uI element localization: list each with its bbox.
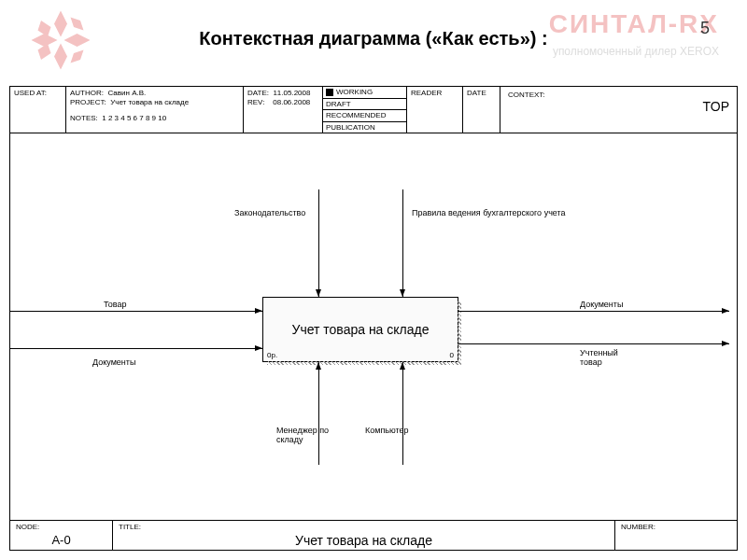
process-box: Учет товара на складе 0р. 0 [262, 297, 458, 362]
control-1-label: Законодательство [234, 208, 305, 217]
footer-title: TITLE: Учет товара на складе [113, 521, 615, 550]
process-corner-right: 0 [450, 351, 454, 359]
input-2-label: Документы [92, 357, 135, 367]
output-1-label: Документы [580, 300, 623, 309]
diagram-canvas: Учет товара на складе 0р. 0 Товар Докуме… [10, 133, 737, 525]
mechanism-2-label: Компьютер [365, 426, 409, 435]
idef0-frame: USED AT: AUTHOR: Савин А.В. PROJECT: Уче… [9, 86, 738, 551]
output-2-label: Учтенный товар [580, 348, 636, 367]
footer-node: NODE: A-0 [10, 521, 113, 550]
header-reader: READER [407, 87, 463, 133]
process-name: Учет товара на складе [292, 322, 430, 337]
footer-number: NUMBER: [615, 521, 737, 550]
header-reader-date: DATE [463, 87, 500, 133]
control-2-label: Правила ведения бухгалтерского учета [412, 208, 599, 217]
header-used-at: USED AT: [10, 87, 66, 133]
input-1-label: Товар [104, 300, 127, 309]
footer-row: NODE: A-0 TITLE: Учет товара на складе N… [10, 520, 737, 550]
status-marker-icon [326, 89, 333, 96]
header-status-block: WORKING DRAFT RECOMMENDED PUBLICATION [323, 87, 407, 133]
header-row: USED AT: AUTHOR: Савин А.В. PROJECT: Уче… [10, 87, 737, 133]
mechanism-1-label: Менеджер по складу [276, 426, 342, 444]
header-context: CONTEXT: TOP [500, 87, 737, 133]
svg-marker-5 [71, 50, 84, 63]
page-title: Контекстная диаграмма («Как есть») : [0, 28, 747, 49]
header-date-block: DATE: 11.05.2008 REV: 08.06.2008 [244, 87, 323, 133]
process-corner-left: 0р. [267, 351, 277, 359]
header-author-block: AUTHOR: Савин А.В. PROJECT: Учет товара … [66, 87, 244, 133]
